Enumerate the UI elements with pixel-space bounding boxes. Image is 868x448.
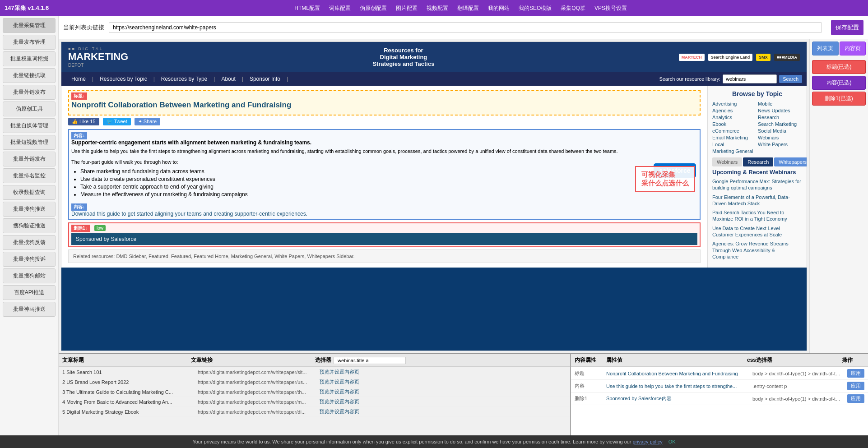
share-btn[interactable]: ✦ Share (135, 118, 160, 125)
visual-collect-text1: 可视化采集 (641, 171, 689, 179)
search-input[interactable] (723, 74, 777, 83)
browse-social-media[interactable]: Social Media (758, 128, 802, 134)
nav-translate-config[interactable]: 翻译配置 (457, 5, 479, 12)
privacy-policy-link[interactable]: privacy policy (633, 439, 663, 444)
save-config-button[interactable]: 保存配置 (831, 20, 863, 35)
row5-preset[interactable]: 预览并设置内容页 (320, 408, 566, 415)
site-nav-resources-topic[interactable]: Resources by Topic (94, 72, 153, 86)
sidebar-item-data-query[interactable]: 收录数据查询 (3, 185, 56, 200)
config-attr-type-1: 标题 (575, 370, 602, 377)
table-body: 1 Site Search 101 https://digitalmarketi… (59, 367, 570, 417)
list-item-1: Share marketing and fundraising data acr… (80, 168, 652, 175)
webinar-link-2[interactable]: Four Elements of a Powerful, Data-Driven… (712, 194, 802, 207)
preview-inner: ■■ DIGITAL MARKETING DEPOT Resources for… (61, 42, 807, 351)
preview-main: 标题↓ Nonprofit Collaboration Between Mark… (61, 86, 707, 268)
browse-research[interactable]: Research (758, 115, 802, 120)
facebook-btn[interactable]: 👍 Like 15 (68, 118, 99, 125)
content-page-button[interactable]: 内容页 (840, 42, 866, 55)
nav-image-config[interactable]: 图片配置 (396, 5, 418, 12)
top-nav-links: HTML配置 词库配置 伪原创配置 图片配置 视频配置 翻译配置 我的网站 我的… (58, 5, 863, 12)
site-nav-sponsor[interactable]: Sponsor Info (244, 72, 286, 86)
selector-input[interactable] (334, 357, 406, 364)
sidebar-item-external-link[interactable]: 批量外链发布 (3, 85, 56, 100)
sidebar-item-bulk-publish[interactable]: 批量发布管理 (3, 35, 56, 50)
sidebar-item-bulk-collect[interactable]: 批量采集管理 (3, 18, 56, 33)
browse-local[interactable]: Local (712, 142, 757, 147)
browse-advertising[interactable]: Advertising (712, 101, 757, 106)
download-text: Download this guide to get started align… (71, 211, 697, 217)
nav-vps-settings[interactable]: VPS搜号设置 (594, 5, 627, 12)
sidebar-item-sogou-complaint[interactable]: 批量搜狗投诉 (3, 252, 56, 267)
sidebar-item-media-manage[interactable]: 批量自媒体管理 (3, 118, 56, 133)
search-label: Search our resource library: (659, 76, 720, 82)
row2-preset[interactable]: 预览并设置内容页 (320, 379, 566, 385)
config-attr-value-1: Nonprofit Collaboration Between Marketin… (606, 371, 748, 376)
webinar-link-5[interactable]: Agencies: Grow Revenue Streams Through W… (712, 240, 802, 260)
browse-analytics[interactable]: Analytics (712, 115, 757, 120)
social-buttons: 👍 Like 15 🐦 Tweet ✦ Share (68, 118, 701, 125)
sidebar-item-keyword-mining[interactable]: 批量权重词挖掘 (3, 51, 56, 66)
site-nav-home[interactable]: Home (66, 72, 91, 86)
browse-mobile[interactable]: Mobile (758, 101, 802, 106)
table-row: 1 Site Search 101 https://digitalmarketi… (59, 367, 570, 377)
browse-marketing-general[interactable]: Marketing General (712, 148, 757, 154)
site-nav: Home | Resources by Topic | Resources by… (61, 72, 807, 86)
sidebar-item-shenma-push[interactable]: 批量神马推送 (3, 302, 56, 317)
sidebar-item-pseudo-original[interactable]: 伪原创工具 (3, 102, 56, 116)
sidebar: 批量采集管理 批量发布管理 批量权重词挖掘 批量链接抓取 批量外链发布 伪原创工… (0, 16, 59, 448)
row1-url: https://digitalmarketingdepot.com/whitep… (198, 369, 320, 375)
bottom-section: 文章标题 文章链接 选择器 1 Site Search 101 https://… (59, 353, 868, 448)
sidebar-item-rank-monitor[interactable]: 批量排名监控 (3, 168, 56, 183)
url-input[interactable] (109, 22, 822, 33)
sidebar-item-sogou-push[interactable]: 批量搜狗推送 (3, 202, 56, 217)
sidebar-item-sogou-verify[interactable]: 搜狗验证推送 (3, 218, 56, 233)
sidebar-item-link-fetch[interactable]: 批量链接抓取 (3, 68, 56, 83)
browse-news[interactable]: News Updates (758, 108, 802, 113)
nav-qq-group[interactable]: 采集QQ群 (561, 5, 585, 12)
nav-my-site[interactable]: 我的网站 (488, 5, 510, 12)
row1-preset[interactable]: 预览并设置内容页 (320, 369, 566, 375)
nav-html-config[interactable]: HTML配置 (294, 5, 320, 12)
browse-webinars[interactable]: Webinars (758, 135, 802, 140)
row3-preset[interactable]: 预览并设置内容页 (320, 388, 566, 395)
sidebar-item-baidu-api[interactable]: 百度API推送 (3, 285, 56, 300)
nav-video-config[interactable]: 视频配置 (427, 5, 448, 12)
sidebar-item-external-link2[interactable]: 批量外链发布 (3, 152, 56, 166)
nav-pseudo-config[interactable]: 伪原创配置 (360, 5, 387, 12)
webinar-link-3[interactable]: Paid Search Tactics You Need to Maximize… (712, 209, 802, 222)
sidebar-item-sogou-mail[interactable]: 批量搜狗邮站 (3, 268, 56, 283)
apply-btn-1[interactable]: 应用 (847, 369, 864, 378)
twitter-btn[interactable]: 🐦 Tweet (103, 118, 131, 125)
site-nav-resources-type[interactable]: Resources by Type (156, 72, 213, 86)
nav-seo-template[interactable]: 我的SEO模版 (519, 5, 552, 12)
apply-btn-2[interactable]: 应用 (847, 382, 864, 390)
privacy-ok-button[interactable]: OK (668, 439, 676, 444)
delete-selected-button[interactable]: 删除1(已选) (812, 92, 866, 106)
tab-whitepapers[interactable]: Whitepapers (774, 157, 807, 166)
content-selected-button[interactable]: 内容(已选) (812, 76, 866, 90)
sidebar-item-short-video[interactable]: 批量短视频管理 (3, 135, 56, 150)
sidebar-item-sogou-feedback[interactable]: 批量搜狗反馈 (3, 235, 56, 250)
browse-ebook[interactable]: Ebook (712, 121, 757, 127)
webinar-link-1[interactable]: Google Performance Max: Strategies for b… (712, 178, 802, 191)
row4-preset[interactable]: 预览并设置内容页 (320, 398, 566, 405)
browse-search-marketing[interactable]: Search Marketing (758, 121, 802, 127)
site-nav-about[interactable]: About (216, 72, 241, 86)
site-logo: ■■ DIGITAL MARKETING DEPOT (68, 46, 128, 68)
tab-webinars[interactable]: Webinars (712, 157, 742, 166)
nav-dict-config[interactable]: 词库配置 (329, 5, 351, 12)
table-row: 4 Moving From Basic to Advanced Marketin… (59, 397, 570, 407)
apply-btn-3[interactable]: 应用 (847, 394, 864, 403)
browse-ecommerce[interactable]: eCommerce (712, 128, 757, 134)
tab-research[interactable]: Research (743, 157, 773, 166)
webinar-link-4[interactable]: Use Data to Create Next-Level Customer E… (712, 225, 802, 238)
browse-agencies[interactable]: Agencies (712, 108, 757, 113)
search-button[interactable]: Search (779, 75, 802, 83)
browse-email-marketing[interactable]: Email Marketing (712, 135, 757, 140)
right-panel: 列表页 内容页 标题(已选) 内容(已选) 删除1(已选) (809, 39, 868, 353)
title-selected-button[interactable]: 标题(已选) (812, 60, 866, 74)
browse-title: Browse by Topic (712, 90, 802, 97)
browse-white-papers[interactable]: White Papers (758, 142, 802, 147)
config-css-selector-3: body > div:nth-of-type(1) > div:nth-of-t… (752, 396, 843, 402)
list-page-button[interactable]: 列表页 (812, 42, 839, 55)
